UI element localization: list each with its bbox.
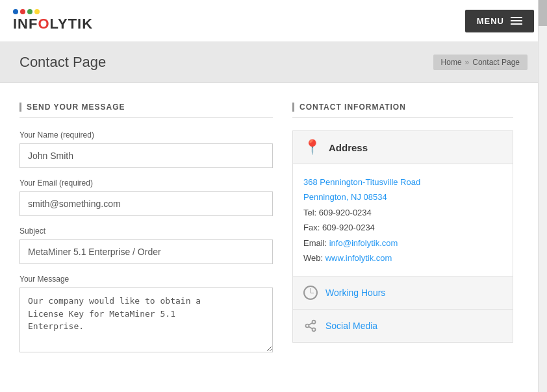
send-message-form: SEND YOUR MESSAGE Your Name (required) Y… [19,103,273,365]
name-input[interactable] [19,143,273,168]
social-media-label: Social Media [325,321,377,331]
contact-info: CONTACT INFORMATION 📍 Address 368 Pennin… [292,103,513,365]
working-hours-section: Working Hours [292,276,513,310]
hamburger-icon [511,17,522,25]
social-media-section: Social Media [292,310,513,343]
contact-info-title: CONTACT INFORMATION [292,103,513,117]
email-line: Email: info@infolytik.com [303,236,502,251]
fax: Fax: 609-920-0234 [303,220,502,235]
name-field-group: Your Name (required) [19,130,273,168]
breadcrumb-home[interactable]: Home [441,58,462,67]
web-link[interactable]: www.infolytik.com [325,253,392,263]
page-title: Contact Page [19,54,106,71]
menu-button[interactable]: MENU [465,10,534,32]
share-icon [303,319,318,333]
email-label-text: Email: [303,238,329,248]
yellow-dot [34,9,40,14]
email-link[interactable]: info@infolytik.com [329,238,398,248]
working-hours-label: Working Hours [325,288,385,298]
address-title: Address [329,142,368,153]
subject-label: Subject [19,227,273,236]
address-card-body: 368 Pennington-Titusville Road Penningto… [293,164,513,276]
svg-point-1 [306,325,309,328]
breadcrumb-bar: Contact Page Home » Contact Page [0,42,547,83]
working-hours-header[interactable]: Working Hours [293,276,513,309]
header: INFOLYTIK MENU [0,0,547,42]
blue-dot [13,9,18,14]
web-line: Web: www.infolytik.com [303,251,502,265]
message-field-group: Your Message [19,275,273,354]
subject-input[interactable] [19,239,273,264]
logo-text: INFOLYTIK [13,16,93,32]
address-line2: Pennington, NJ 08534 [303,190,502,204]
name-label: Your Name (required) [19,130,273,140]
svg-line-4 [309,323,312,325]
clock-icon [303,286,318,300]
location-pin-icon: 📍 [303,139,321,156]
scrollbar-thumb[interactable] [539,0,547,26]
tel: Tel: 609-920-0234 [303,205,502,220]
scrollbar-track[interactable] [538,0,547,384]
svg-point-0 [312,321,316,324]
logo-dots [13,9,40,14]
menu-label: MENU [477,16,504,26]
message-textarea[interactable] [19,288,273,352]
breadcrumb: Home » Contact Page [433,55,528,70]
social-media-header[interactable]: Social Media [293,310,513,342]
breadcrumb-current: Contact Page [472,58,520,67]
logo: INFOLYTIK [13,9,93,32]
email-label: Your Email (required) [19,178,273,188]
logo-highlight: O [38,16,49,32]
svg-point-2 [312,328,316,332]
main-content: SEND YOUR MESSAGE Your Name (required) Y… [0,83,547,384]
web-label-text: Web: [303,253,325,263]
address-card-header[interactable]: 📍 Address [293,131,513,164]
breadcrumb-separator: » [465,58,470,67]
email-field-group: Your Email (required) [19,178,273,216]
address-line1: 368 Pennington-Titusville Road [303,175,502,190]
address-card: 📍 Address 368 Pennington-Titusville Road… [292,130,513,276]
send-message-title: SEND YOUR MESSAGE [19,103,273,117]
green-dot [27,9,32,14]
page-wrapper: INFOLYTIK MENU Contact Page Home » Conta… [0,0,547,384]
svg-line-3 [309,327,312,329]
email-input[interactable] [19,191,273,216]
message-label: Your Message [19,275,273,284]
red-dot [20,9,25,14]
subject-field-group: Subject [19,227,273,264]
